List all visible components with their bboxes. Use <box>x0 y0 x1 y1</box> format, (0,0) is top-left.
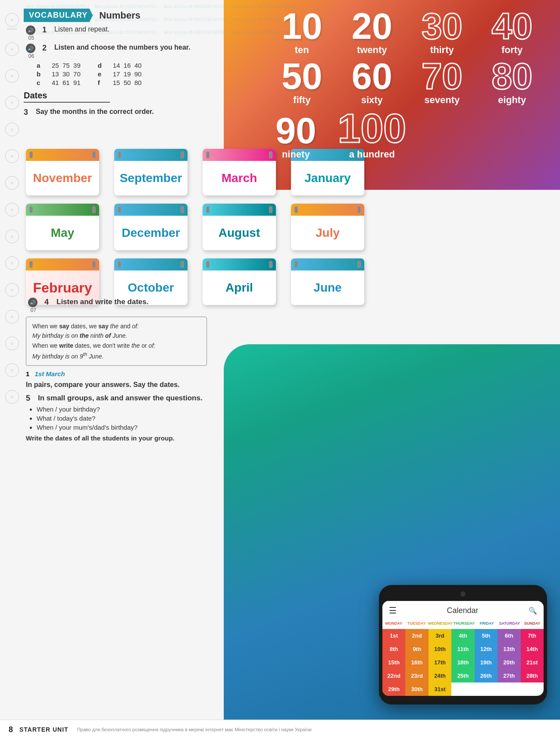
month-card-june: June <box>291 258 364 305</box>
cal-ring <box>92 261 96 268</box>
answer-value: 1st March <box>35 370 65 377</box>
activity2: 🔊 06 2 Listen and choose the numbers you… <box>24 44 235 59</box>
audio-icon-2[interactable]: 🔊 <box>26 44 35 53</box>
phone-camera <box>460 591 466 597</box>
sub-nums-d: 14 16 40 <box>113 62 142 69</box>
vocab-header: VOCABULARY Numbers <box>24 9 235 22</box>
margin-logo-6: O <box>5 149 19 164</box>
digit-10: 10 <box>282 8 322 44</box>
cal-ring <box>357 206 361 213</box>
activity5-num: 5 <box>26 394 34 403</box>
month-card-may: May <box>26 204 99 250</box>
cal-ring <box>269 261 272 268</box>
cal-empty-1 <box>451 682 474 696</box>
page-number: 8 <box>9 725 13 734</box>
cal-ring <box>118 206 121 213</box>
cal-5th: 5th <box>475 629 497 642</box>
audio-icon-1[interactable]: 🔊 <box>26 25 35 35</box>
cal-16th: 16th <box>405 656 428 669</box>
calendar-title: Calendar <box>447 606 478 615</box>
margin-logo-15: O <box>5 390 19 405</box>
vocab-badge: VOCABULARY <box>24 9 93 22</box>
audio-track-1: 05 <box>28 35 34 41</box>
activity4-section: 🔊 07 4 Listen and write the dates. When … <box>26 298 241 442</box>
digit-40: 40 <box>491 8 532 44</box>
month-name-november: November <box>33 171 92 185</box>
calendar-header: ☰ Calendar 🔍 <box>382 601 544 618</box>
cal-30th: 30th <box>405 682 428 696</box>
sub-row-c: c 41 61 91 f 15 50 80 <box>37 79 235 86</box>
cal-8th: 8th <box>382 642 405 656</box>
cal-ring <box>294 206 298 213</box>
info-line4: My birthday is on 9th June. <box>32 350 200 361</box>
menu-icon[interactable]: ☰ <box>389 605 397 616</box>
bullet-1: When / your birthday? <box>37 406 241 413</box>
bullet-2: What / today's date? <box>37 415 241 422</box>
num-80: 80 eighty <box>491 58 532 106</box>
write-instruction: Write the dates of all the students in y… <box>26 434 241 442</box>
margin-logo-14: O <box>5 363 19 378</box>
num-10: 10 ten <box>282 8 322 56</box>
big-numbers-section: 10 ten 20 twenty 30 thirty 40 forty 50 f… <box>267 8 547 160</box>
cal-20th: 20th <box>497 656 520 669</box>
left-panel: VOCABULARY Numbers 🔊 05 1 Listen and rep… <box>24 9 235 119</box>
sub-row-b: b 13 30 70 e 17 19 90 <box>37 70 235 78</box>
search-icon[interactable]: 🔍 <box>529 607 537 615</box>
cal-17th: 17th <box>429 656 451 669</box>
sub-label-e: e <box>98 70 104 78</box>
cal-31st: 31st <box>429 682 451 696</box>
day-monday: MONDAY <box>382 620 405 627</box>
margin-logo-8: O <box>5 203 19 217</box>
margin-logo-7: O <box>5 176 19 191</box>
cal-ring <box>29 151 33 158</box>
cal-24th: 24th <box>429 669 451 682</box>
cal-29th: 29th <box>382 682 405 696</box>
vocab-title: Numbers <box>99 10 140 21</box>
month-card-november: November <box>26 149 99 195</box>
cal-ring <box>29 261 33 268</box>
activity1-num: 1 <box>42 25 51 35</box>
cal-3rd: 3rd <box>429 629 451 642</box>
cal-7th: 7th <box>521 629 544 642</box>
month-name-june: June <box>313 281 341 295</box>
calendar-grid: 1st 2nd 3rd 4th 5th 6th 7th 8th 9th 10th… <box>382 629 544 696</box>
cal-empty-3 <box>497 682 520 696</box>
month-card-march: March <box>203 149 276 195</box>
margin-logo-1: O OROZH <box>5 13 19 30</box>
activity5-text: In small groups, ask and answer the ques… <box>38 394 203 403</box>
footer-legal: Право для безоплатного розміщення підруч… <box>77 727 312 732</box>
info-line1: When we say dates, we say the and of: <box>32 321 200 331</box>
cal-10th: 10th <box>429 642 451 656</box>
cal-25th: 25th <box>451 669 474 682</box>
cal-15th: 15th <box>382 656 405 669</box>
audio-track-2: 06 <box>28 53 34 59</box>
activity5-section: 5 In small groups, ask and answer the qu… <box>26 394 241 442</box>
digit-20: 20 <box>351 8 392 44</box>
cal-ring <box>118 261 121 268</box>
month-name-april: April <box>225 281 253 295</box>
digit-80: 80 <box>491 58 532 94</box>
starter-unit-label: STARTER UNIT <box>19 726 69 733</box>
cal-22nd: 22nd <box>382 669 405 682</box>
cal-ring <box>92 151 96 158</box>
sub-row-a: a 25 75 39 d 14 16 40 <box>37 62 235 69</box>
cal-19th: 19th <box>475 656 497 669</box>
activity5-bullets: When / your birthday? What / today's dat… <box>37 406 241 431</box>
word-seventy: seventy <box>422 94 463 106</box>
digit-60: 60 <box>351 58 392 94</box>
day-friday: FRIDAY <box>476 620 498 627</box>
audio-icon-4[interactable]: 🔊 <box>28 298 38 307</box>
activity3-text: Say the months in the correct order. <box>36 108 154 116</box>
margin-logo-10: O <box>5 256 19 271</box>
cal-empty-2 <box>475 682 497 696</box>
cal-ring <box>181 261 184 268</box>
activity3: 3 Say the months in the correct order. <box>24 108 235 117</box>
num-60: 60 sixty <box>351 58 392 106</box>
activity2-text: Listen and choose the numbers you hear. <box>54 44 191 51</box>
digit-90: 90 <box>275 112 316 149</box>
sub-nums-e: 17 19 90 <box>113 70 142 78</box>
activity5: 5 In small groups, ask and answer the qu… <box>26 394 241 403</box>
cal-21st: 21st <box>521 656 544 669</box>
cal-ring <box>206 261 210 268</box>
month-name-march: March <box>222 171 257 185</box>
